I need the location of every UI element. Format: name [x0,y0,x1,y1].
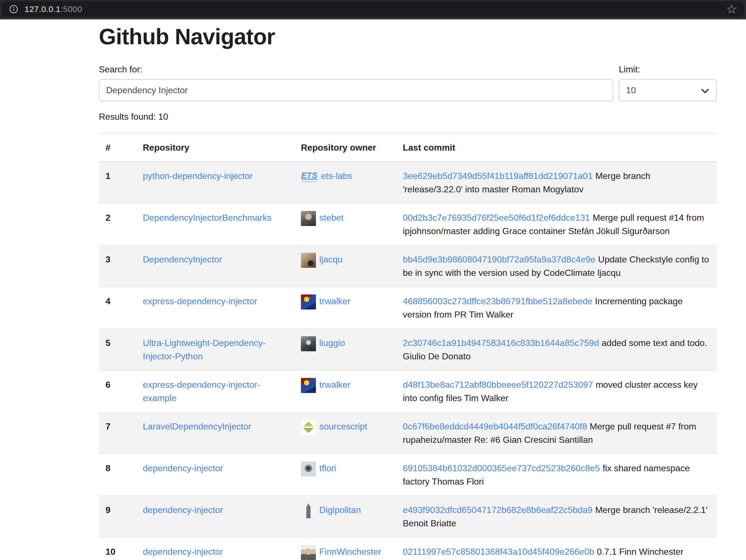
row-number: 1 [99,162,136,203]
ets-labs-logo-avatar: ETS [301,170,318,184]
site-info-icon[interactable] [9,4,18,14]
owner-link[interactable]: ljacqu [319,255,343,264]
table-row: 5 Ultra-Lightweight-Dependency-Injector-… [99,329,717,371]
column-header-num: # [99,133,136,162]
bookmark-star-icon[interactable]: ☆ [726,3,737,15]
repo-link[interactable]: express-dependency-injector [143,296,257,306]
commit-hash-link[interactable]: 3ee629eb5d7349d55f41b119aff81dd219071a01 [403,171,593,181]
limit-select[interactable]: 10 [619,79,717,101]
table-row: 6 express-dependency-injector-example tr… [99,371,717,412]
row-number: 7 [99,412,136,454]
search-input[interactable] [99,79,613,101]
trwalker-cartoon-avatar [301,294,316,310]
repo-link[interactable]: Ultra-Lightweight-Dependency-Injector-Py… [143,338,265,361]
repo-link[interactable]: python-dependency-injector [143,171,253,181]
owner-link[interactable]: trwalker [319,380,350,390]
commit-hash-link[interactable]: e493f9032dfcd65047172b682e8b6eaf22c5bda9 [403,505,593,515]
row-number: 6 [99,371,136,412]
browser-toolbar: 127.0.0.1:5000 ☆ [0,0,746,20]
owner-link[interactable]: ets-labs [321,171,352,181]
row-number: 3 [99,245,136,287]
page-content: Github Navigator Search for: Limit: 10 R… [0,24,746,560]
table-header-row: # Repository Repository owner Last commi… [99,133,717,162]
table-row: 7 LaravelDependencyInjector sourcescript… [99,412,717,454]
owner-link[interactable]: stebet [319,213,344,223]
results-summary: Results found: 10 [99,111,717,122]
finnwinchester-photo-avatar [301,545,316,560]
url-port: :5000 [61,4,82,13]
repo-link[interactable]: express-dependency-injector-example [143,380,260,403]
commit-hash-link[interactable]: 2c30746c1a91b4947583416c833b1644a85c759d [403,338,599,348]
table-row: 9 dependency-injector Digipolitan e493f9… [99,496,717,537]
commit-hash-link[interactable]: 00d2b3c7e76935d76f25ee50f6d1f2ef6ddce131 [403,213,590,223]
commit-message: 0.7.1 Finn Winchester [597,547,683,557]
commit-hash-link[interactable]: bb45d9e3b98608047190bf72a95fa9a37d8c4e9e [403,255,595,264]
commit-hash-link[interactable]: 69105384b61032d000365ee737cd2523b260c8e5 [403,463,600,473]
commit-hash-link[interactable]: 0c67f6be8eddcd4449eb4044f5df0ca26f4740f8 [403,421,587,432]
commit-hash-link[interactable]: d48f13be8ac712abf80bbeeee5f120227d253097 [403,380,593,390]
stebet-photo-avatar [301,211,316,226]
ets-logo-text: ETS [301,171,317,180]
owner-link[interactable]: Digipolitan [319,505,361,515]
repo-link[interactable]: dependency-injector [143,547,223,557]
ljacqu-photo-avatar [301,253,316,268]
results-table: # Repository Repository owner Last commi… [99,133,717,560]
limit-label: Limit: [619,64,717,75]
owner-link[interactable]: liuggio [319,338,345,348]
row-number: 9 [99,496,136,537]
url-host: 127.0.0.1 [25,4,61,13]
url-bar[interactable]: 127.0.0.1:5000 ☆ [2,1,744,17]
page-title: Github Navigator [99,24,717,50]
search-group: Search for: [99,64,613,101]
search-form: Search for: Limit: 10 [99,64,717,101]
row-number: 2 [99,203,136,245]
repo-link[interactable]: dependency-injector [143,463,223,473]
commit-hash-link[interactable]: 02111997e57c85801368f43a10d45f409e266e0b [403,547,594,557]
row-number: 10 [99,537,136,560]
column-header-repo: Repository [136,133,294,162]
table-row: 8 dependency-injector tflori 69105384b61… [99,454,717,496]
owner-link[interactable]: sourcescript [319,421,367,432]
column-header-owner: Repository owner [294,133,396,162]
repo-link[interactable]: DependencyInjector [143,255,222,264]
trwalker-cartoon-avatar [301,378,316,393]
url-text: 127.0.0.1:5000 [25,4,82,14]
owner-link[interactable]: FinnWinchester [319,547,381,557]
commit-hash-link[interactable]: 468856003c273dffce23b86791fbbe512a8ebede [403,296,592,306]
repo-link[interactable]: LaravelDependencyInjector [143,421,251,432]
owner-link[interactable]: tflori [319,463,336,473]
liuggio-photo-avatar [301,336,316,351]
row-number: 4 [99,287,136,329]
column-header-commit: Last commit [396,133,717,162]
limit-group: Limit: 10 [619,64,717,101]
table-row: 4 express-dependency-injector trwalker 4… [99,287,717,329]
search-label: Search for: [99,64,613,75]
sourcescript-logo-avatar [301,420,316,435]
owner-link[interactable]: trwalker [319,296,350,306]
tflori-eye-photo-avatar [301,462,316,476]
repo-link[interactable]: dependency-injector [143,505,223,515]
digipolitan-logo-avatar [301,503,316,518]
repo-link[interactable]: DependencyInjectorBenchmarks [143,213,271,223]
row-number: 8 [99,454,136,496]
table-row: 1 python-dependency-injector ETSets-labs… [99,162,717,203]
table-row: 2 DependencyInjectorBenchmarks stebet 00… [99,203,717,245]
row-number: 5 [99,329,136,371]
table-row: 10 dependency-injector FinnWinchester 02… [99,537,717,560]
table-row: 3 DependencyInjector ljacqu bb45d9e3b986… [99,245,717,287]
